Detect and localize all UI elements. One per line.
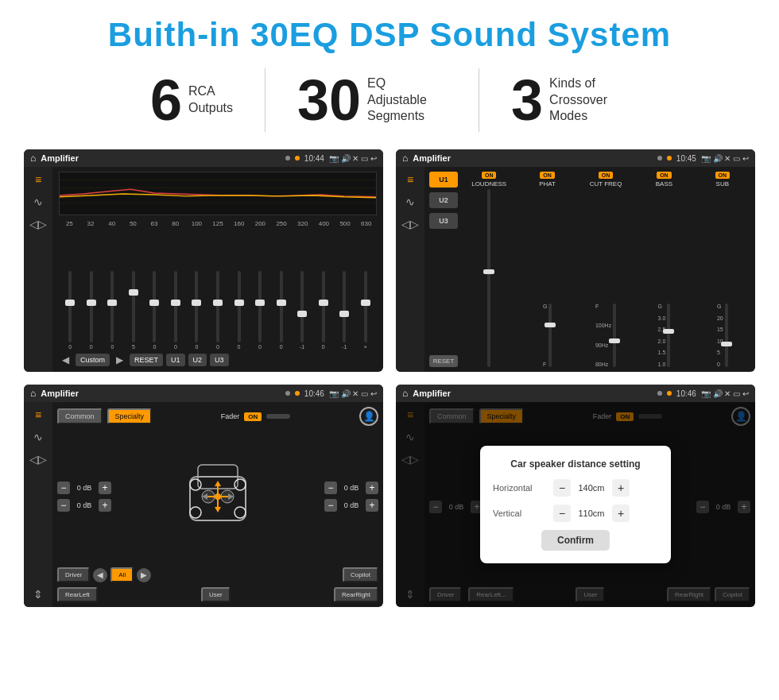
eq-custom-button[interactable]: Custom bbox=[76, 354, 110, 366]
amp-channels: ON LOUDNESS ON PHAT GF bbox=[461, 172, 750, 367]
dialog-home-icon[interactable]: ⌂ bbox=[402, 388, 408, 399]
eq-track-4[interactable] bbox=[153, 271, 156, 342]
cross-left-arrow[interactable]: ◀ bbox=[93, 568, 107, 582]
eq-thumb-8[interactable] bbox=[234, 300, 244, 306]
amp-u3-btn[interactable]: U3 bbox=[429, 213, 458, 229]
amp-ch-phat-thumb[interactable] bbox=[545, 323, 556, 327]
amp-ch-cutfreq-on[interactable]: ON bbox=[599, 172, 614, 179]
cross-db-minus-2[interactable]: − bbox=[324, 481, 337, 494]
eq-side-wave-icon[interactable]: ∿ bbox=[33, 195, 43, 208]
eq-label-8: 160 bbox=[228, 220, 250, 227]
cross-side-expand-icon[interactable]: ⇕ bbox=[33, 588, 43, 601]
cross-side-eq-icon[interactable]: ≡ bbox=[35, 408, 41, 421]
eq-track-11[interactable] bbox=[300, 271, 304, 342]
cross-driver-btn[interactable]: Driver bbox=[57, 567, 90, 582]
eq-thumb-13[interactable] bbox=[339, 311, 349, 317]
cross-side-vol-icon[interactable]: ◁▷ bbox=[29, 453, 47, 466]
eq-prev-button[interactable]: ◀ bbox=[59, 353, 72, 367]
eq-track-2[interactable] bbox=[110, 271, 114, 342]
cross-user-btn[interactable]: User bbox=[201, 587, 231, 602]
eq-track-6[interactable] bbox=[195, 271, 198, 342]
amp-ch-sub-thumb[interactable] bbox=[721, 342, 732, 346]
eq-thumb-5[interactable] bbox=[171, 300, 180, 306]
cross-db-minus-0[interactable]: − bbox=[57, 481, 70, 494]
eq-track-1[interactable] bbox=[90, 271, 93, 342]
eq-track-14[interactable] bbox=[364, 271, 367, 342]
eq-reset-button[interactable]: RESET bbox=[130, 354, 163, 366]
eq-track-13[interactable] bbox=[343, 271, 346, 342]
eq-thumb-10[interactable] bbox=[277, 300, 286, 306]
cross-rearleft-btn[interactable]: RearLeft bbox=[57, 587, 98, 602]
eq-track-7[interactable] bbox=[216, 271, 219, 342]
amp-u1-btn[interactable]: U1 bbox=[429, 172, 458, 188]
amp-side-wave-icon[interactable]: ∿ bbox=[405, 195, 415, 208]
amp-ch-cutfreq-slider[interactable] bbox=[613, 304, 616, 367]
eq-track-9[interactable] bbox=[258, 271, 262, 342]
amp-ch-cutfreq-thumb[interactable] bbox=[609, 338, 620, 343]
cross-fader-slider[interactable] bbox=[266, 414, 290, 419]
cross-side-wave-icon[interactable]: ∿ bbox=[33, 431, 43, 443]
eq-track-3[interactable] bbox=[132, 271, 135, 342]
eq-thumb-6[interactable] bbox=[192, 300, 201, 306]
cross-common-tab[interactable]: Common bbox=[57, 408, 103, 424]
cross-db-minus-3[interactable]: − bbox=[324, 499, 337, 512]
cross-fader-on[interactable]: ON bbox=[244, 412, 262, 421]
amp-ch-sub-on[interactable]: ON bbox=[715, 172, 731, 179]
amp-side-vol-icon[interactable]: ◁▷ bbox=[401, 218, 419, 230]
eq-thumb-0[interactable] bbox=[65, 300, 75, 306]
eq-play-button[interactable]: ▶ bbox=[113, 353, 126, 367]
amp-u2-btn[interactable]: U2 bbox=[429, 192, 458, 208]
eq-u1-button[interactable]: U1 bbox=[166, 354, 185, 366]
cross-right-arrow[interactable]: ▶ bbox=[137, 568, 151, 582]
amp-ch-phat-on[interactable]: ON bbox=[540, 172, 555, 179]
eq-thumb-11[interactable] bbox=[297, 311, 307, 317]
eq-track-10[interactable] bbox=[280, 271, 283, 342]
eq-track-5[interactable] bbox=[174, 271, 177, 342]
eq-side-vol-icon[interactable]: ◁▷ bbox=[29, 218, 47, 230]
cross-status-dot-2 bbox=[295, 391, 300, 396]
eq-track-0[interactable] bbox=[68, 271, 72, 342]
dialog-confirm-button[interactable]: Confirm bbox=[541, 530, 610, 551]
eq-u3-button[interactable]: U3 bbox=[210, 354, 229, 366]
amp-ch-loudness-on[interactable]: ON bbox=[482, 172, 497, 179]
amp-ch-bass-slider[interactable] bbox=[667, 304, 670, 367]
cross-db-plus-3[interactable]: + bbox=[366, 499, 378, 512]
eq-thumb-12[interactable] bbox=[319, 300, 328, 306]
cross-db-plus-2[interactable]: + bbox=[366, 481, 378, 494]
cross-specialty-tab[interactable]: Specialty bbox=[107, 408, 153, 424]
cross-copilot-btn[interactable]: Copilot bbox=[343, 567, 378, 582]
eq-thumb-3[interactable] bbox=[129, 289, 138, 296]
amp-home-icon[interactable]: ⌂ bbox=[402, 153, 408, 164]
dialog-vertical-plus[interactable]: + bbox=[612, 505, 630, 522]
cross-db-minus-1[interactable]: − bbox=[57, 499, 70, 512]
eq-thumb-14[interactable] bbox=[361, 300, 370, 306]
eq-thumb-2[interactable] bbox=[107, 300, 117, 306]
dialog-vertical-minus[interactable]: − bbox=[553, 505, 571, 522]
cross-db-plus-0[interactable]: + bbox=[99, 481, 111, 494]
amp-side-eq-icon[interactable]: ≡ bbox=[407, 173, 413, 186]
eq-thumb-9[interactable] bbox=[255, 300, 265, 306]
amp-ch-bass-thumb[interactable] bbox=[663, 329, 674, 334]
cross-home-icon[interactable]: ⌂ bbox=[30, 388, 36, 399]
eq-val-3: 5 bbox=[132, 344, 135, 350]
eq-thumb-7[interactable] bbox=[213, 300, 223, 306]
amp-reset-btn[interactable]: RESET bbox=[429, 355, 458, 367]
amp-ch-sub-slider[interactable] bbox=[725, 304, 728, 367]
eq-side-eq-icon[interactable]: ≡ bbox=[35, 173, 41, 186]
dialog-horizontal-plus[interactable]: + bbox=[612, 479, 630, 497]
eq-track-12[interactable] bbox=[322, 271, 325, 342]
eq-u2-button[interactable]: U2 bbox=[188, 354, 207, 366]
home-icon[interactable]: ⌂ bbox=[30, 153, 36, 164]
cross-rearright-btn[interactable]: RearRight bbox=[334, 587, 378, 602]
cross-person-icon[interactable]: 👤 bbox=[359, 407, 378, 426]
amp-ch-loudness-slider[interactable] bbox=[487, 189, 490, 367]
eq-thumb-1[interactable] bbox=[87, 300, 96, 306]
amp-ch-phat-slider[interactable] bbox=[548, 304, 552, 367]
cross-db-plus-1[interactable]: + bbox=[99, 499, 111, 512]
amp-ch-loudness-thumb[interactable] bbox=[483, 269, 494, 274]
amp-ch-bass-on[interactable]: ON bbox=[657, 172, 672, 179]
eq-track-8[interactable] bbox=[238, 271, 241, 342]
eq-thumb-4[interactable] bbox=[149, 300, 159, 306]
dialog-horizontal-minus[interactable]: − bbox=[553, 479, 571, 497]
cross-all-btn[interactable]: All bbox=[110, 567, 134, 582]
